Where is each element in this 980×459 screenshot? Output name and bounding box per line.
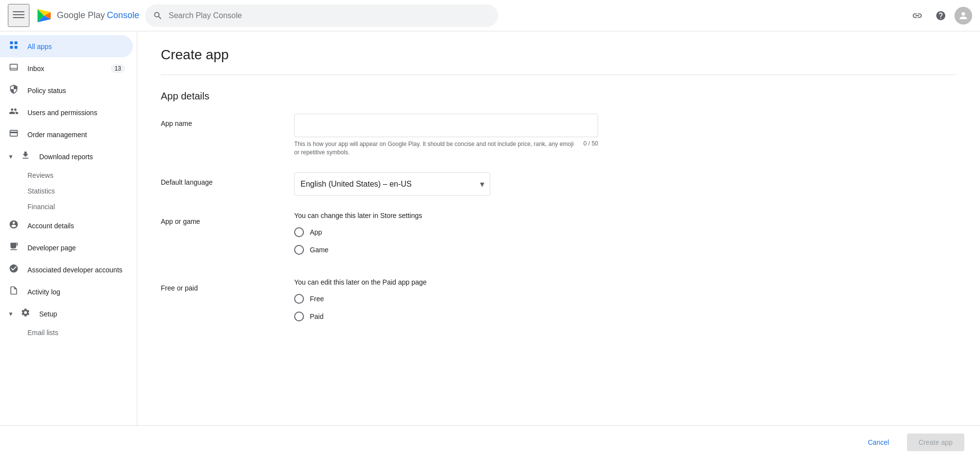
free-paid-hint: You can edit this later on the Paid app … bbox=[294, 278, 598, 286]
main-layout: All apps Inbox 13 Policy status Users an… bbox=[0, 31, 980, 425]
svg-rect-2 bbox=[13, 17, 25, 18]
sidebar-item-setup[interactable]: ▼ Setup bbox=[0, 303, 133, 325]
app-game-hint: You can change this later in Store setti… bbox=[294, 212, 598, 219]
sidebar-item-financial[interactable]: Financial bbox=[0, 199, 137, 215]
link-icon-button[interactable] bbox=[907, 6, 927, 25]
inbox-badge: 13 bbox=[111, 64, 125, 73]
section-title: App details bbox=[161, 91, 956, 102]
sidebar-label-associated: Associated developer accounts bbox=[27, 266, 123, 274]
language-select[interactable]: English (United States) – en-US English … bbox=[294, 172, 490, 196]
sidebar-item-email-lists[interactable]: Email lists bbox=[0, 325, 137, 340]
footer: Cancel Create app bbox=[0, 425, 980, 459]
svg-rect-0 bbox=[13, 11, 25, 12]
sidebar-label-inbox: Inbox bbox=[27, 65, 44, 72]
svg-rect-6 bbox=[15, 46, 18, 49]
sidebar-label-all-apps: All apps bbox=[27, 43, 52, 50]
sidebar-label-order: Order management bbox=[27, 131, 87, 139]
sidebar: All apps Inbox 13 Policy status Users an… bbox=[0, 31, 137, 425]
page-title: Create app bbox=[161, 47, 956, 63]
search-input[interactable] bbox=[169, 11, 490, 20]
free-or-paid-row: Free or paid You can edit this later on … bbox=[161, 278, 956, 329]
svg-rect-4 bbox=[15, 42, 18, 45]
game-radio-option[interactable]: Game bbox=[294, 245, 598, 255]
game-radio-label: Game bbox=[310, 246, 328, 254]
app-radio-option[interactable]: App bbox=[294, 227, 598, 237]
inbox-icon bbox=[8, 62, 20, 74]
download-icon bbox=[20, 150, 31, 163]
default-language-label: Default language bbox=[161, 172, 278, 186]
sidebar-label-download: Download reports bbox=[39, 153, 93, 161]
help-icon-button[interactable] bbox=[931, 6, 951, 25]
sidebar-label-financial: Financial bbox=[27, 203, 55, 211]
logo-text: Google Play Console bbox=[57, 10, 139, 21]
free-radio-circle[interactable] bbox=[294, 294, 304, 304]
sidebar-label-setup: Setup bbox=[39, 310, 57, 318]
app-name-hint-text: This is how your app will appear on Goog… bbox=[294, 140, 576, 157]
paid-radio-label: Paid bbox=[310, 313, 324, 320]
default-language-row: Default language English (United States)… bbox=[161, 172, 956, 196]
paid-radio-option[interactable]: Paid bbox=[294, 312, 598, 321]
svg-rect-3 bbox=[10, 42, 13, 45]
section-divider bbox=[161, 74, 956, 75]
sidebar-item-inbox[interactable]: Inbox 13 bbox=[0, 57, 133, 79]
app-name-row: App name This is how your app will appea… bbox=[161, 114, 956, 157]
char-count: 0 / 50 bbox=[583, 140, 598, 157]
game-radio-circle[interactable] bbox=[294, 245, 304, 255]
sidebar-item-download[interactable]: ▼ Download reports bbox=[0, 145, 133, 168]
search-bar[interactable] bbox=[145, 4, 498, 27]
app-name-input[interactable] bbox=[294, 114, 598, 137]
sidebar-item-reviews[interactable]: Reviews bbox=[0, 168, 137, 183]
order-icon bbox=[8, 128, 20, 141]
app-name-hint: This is how your app will appear on Goog… bbox=[294, 140, 598, 157]
paid-radio-circle[interactable] bbox=[294, 312, 304, 321]
sidebar-label-account: Account details bbox=[27, 222, 74, 230]
policy-icon bbox=[8, 84, 20, 97]
create-app-button[interactable]: Create app bbox=[907, 434, 964, 451]
app-name-field: This is how your app will appear on Goog… bbox=[294, 114, 598, 157]
sidebar-item-associated[interactable]: Associated developer accounts bbox=[0, 259, 133, 281]
app-logo: Google Play Console bbox=[35, 7, 139, 24]
language-select-wrapper: English (United States) – en-US English … bbox=[294, 172, 490, 196]
default-language-field: English (United States) – en-US English … bbox=[294, 172, 598, 196]
search-icon bbox=[153, 11, 163, 21]
svg-rect-5 bbox=[10, 46, 13, 49]
expand-download-icon: ▼ bbox=[8, 153, 14, 160]
menu-icon[interactable] bbox=[8, 4, 29, 27]
associated-icon bbox=[8, 264, 20, 276]
sidebar-item-all-apps[interactable]: All apps bbox=[0, 35, 133, 57]
sidebar-label-users: Users and permissions bbox=[27, 109, 97, 117]
sidebar-label-developer: Developer page bbox=[27, 244, 76, 252]
users-icon bbox=[8, 106, 20, 119]
free-or-paid-field: You can edit this later on the Paid app … bbox=[294, 278, 598, 329]
app-radio-label: App bbox=[310, 228, 322, 236]
main-content: Create app App details App name This is … bbox=[137, 31, 980, 425]
sidebar-item-activity[interactable]: Activity log bbox=[0, 281, 133, 303]
activity-icon bbox=[8, 286, 20, 298]
svg-rect-1 bbox=[13, 14, 25, 15]
free-radio-label: Free bbox=[310, 295, 324, 303]
sidebar-item-order[interactable]: Order management bbox=[0, 123, 133, 145]
header-actions bbox=[907, 6, 972, 25]
sidebar-label-statistics: Statistics bbox=[27, 187, 55, 195]
expand-setup-icon: ▼ bbox=[8, 311, 14, 317]
app-or-game-label: App or game bbox=[161, 212, 278, 225]
user-avatar[interactable] bbox=[955, 7, 972, 24]
developer-icon bbox=[8, 242, 20, 254]
free-or-paid-label: Free or paid bbox=[161, 278, 278, 292]
app-radio-circle[interactable] bbox=[294, 227, 304, 237]
sidebar-item-account[interactable]: Account details bbox=[0, 215, 133, 237]
sidebar-item-developer[interactable]: Developer page bbox=[0, 237, 133, 259]
sidebar-label-reviews: Reviews bbox=[27, 171, 53, 179]
all-apps-icon bbox=[8, 40, 20, 52]
sidebar-item-users[interactable]: Users and permissions bbox=[0, 101, 133, 123]
app-name-label: App name bbox=[161, 114, 278, 127]
sidebar-item-statistics[interactable]: Statistics bbox=[0, 183, 137, 199]
setup-icon bbox=[20, 308, 31, 320]
app-or-game-field: You can change this later in Store setti… bbox=[294, 212, 598, 263]
account-icon bbox=[8, 219, 20, 232]
free-radio-option[interactable]: Free bbox=[294, 294, 598, 304]
cancel-button[interactable]: Cancel bbox=[856, 434, 901, 451]
sidebar-item-policy[interactable]: Policy status bbox=[0, 79, 133, 101]
sidebar-label-email-lists: Email lists bbox=[27, 329, 58, 337]
sidebar-label-policy: Policy status bbox=[27, 87, 66, 95]
